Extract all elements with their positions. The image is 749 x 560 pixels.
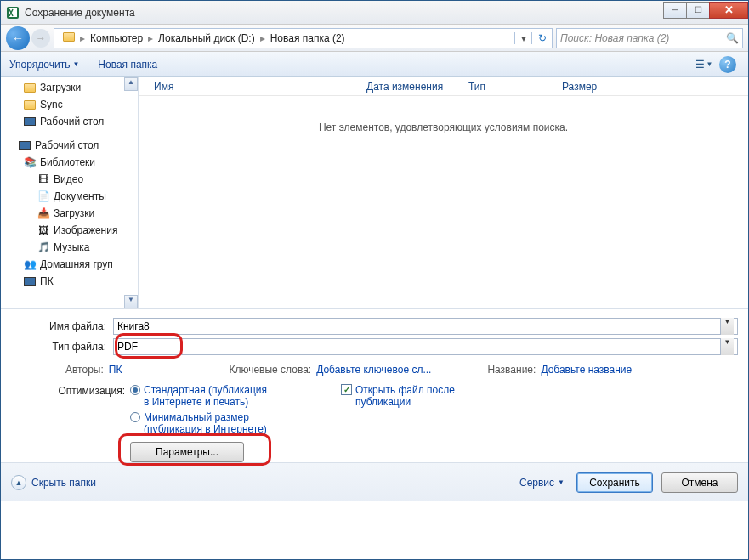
sidebar-item-downloads2[interactable]: 📥Загрузки xyxy=(1,205,138,222)
maximize-button[interactable]: ☐ xyxy=(686,2,710,19)
titlebar: Сохранение документа ─ ☐ ✕ xyxy=(1,1,748,25)
save-dialog-window: Сохранение документа ─ ☐ ✕ ← → ▸ Компьют… xyxy=(0,0,749,560)
filename-label: Имя файла: xyxy=(11,320,113,332)
column-name[interactable]: Имя xyxy=(147,81,360,93)
sidebar-item-homegroup[interactable]: 👥Домашняя груп xyxy=(1,256,138,273)
breadcrumb[interactable]: ▸ Компьютер ▸ Локальный диск (D:) ▸ Нова… xyxy=(54,28,553,48)
chevron-up-icon: ▲ xyxy=(11,475,26,490)
sidebar-item-pc[interactable]: ПК xyxy=(1,273,138,290)
title-label: Название: xyxy=(487,364,536,376)
sidebar-item-music[interactable]: 🎵Музыка xyxy=(1,239,138,256)
sidebar-item-downloads[interactable]: Загрузки xyxy=(1,79,138,96)
radio-minimal-dot[interactable] xyxy=(130,412,140,422)
downloads-icon: 📥 xyxy=(37,207,50,219)
column-headers: Имя Дата изменения Тип Размер xyxy=(139,77,748,96)
images-icon: 🖼 xyxy=(37,224,50,236)
libraries-icon: 📚 xyxy=(23,156,37,168)
filetype-dropdown-icon[interactable]: ▼ xyxy=(720,338,734,355)
sidebar-item-images[interactable]: 🖼Изображения xyxy=(1,222,138,239)
navigation-bar: ← → ▸ Компьютер ▸ Локальный диск (D:) ▸ … xyxy=(1,25,748,52)
service-button[interactable]: Сервис▼ xyxy=(519,477,565,489)
sidebar-item-libraries[interactable]: 📚Библиотеки xyxy=(1,154,138,171)
params-button[interactable]: Параметры... xyxy=(130,442,244,462)
cancel-button[interactable]: Отмена xyxy=(661,472,738,493)
filetype-label: Тип файла: xyxy=(11,341,113,353)
keywords-value[interactable]: Добавьте ключевое сл... xyxy=(316,364,431,376)
organize-button[interactable]: Упорядочить▼ xyxy=(9,59,79,71)
back-button[interactable]: ← xyxy=(6,26,30,50)
breadcrumb-seg-1[interactable]: Локальный диск (D:) xyxy=(153,32,260,44)
homegroup-icon: 👥 xyxy=(23,258,37,270)
save-button[interactable]: Сохранить xyxy=(576,472,653,493)
help-button[interactable]: ? xyxy=(716,55,740,74)
new-folder-button[interactable]: Новая папка xyxy=(98,59,157,71)
documents-icon: 📄 xyxy=(37,190,50,202)
search-input[interactable]: Поиск: Новая папка (2) 🔍 xyxy=(556,28,743,48)
column-size[interactable]: Размер xyxy=(555,81,604,93)
title-value[interactable]: Добавьте название xyxy=(541,364,632,376)
open-after-checkbox[interactable]: ✓ xyxy=(341,384,352,395)
video-icon: 🎞 xyxy=(37,173,50,185)
sidebar-item-desktop-root[interactable]: Рабочий стол xyxy=(1,137,138,154)
breadcrumb-seg-2[interactable]: Новая папка (2) xyxy=(265,32,350,44)
filetype-select[interactable]: PDF▼ xyxy=(113,338,738,355)
sidebar: ▲ Загрузки Sync Рабочий стол Рабочий сто… xyxy=(1,77,139,308)
minimize-button[interactable]: ─ xyxy=(663,2,687,19)
sidebar-item-sync[interactable]: Sync xyxy=(1,96,138,113)
view-mode-button[interactable]: ☰▼ xyxy=(692,55,716,74)
hide-folders-button[interactable]: ▲ Скрыть папки xyxy=(11,475,96,490)
authors-value[interactable]: ПК xyxy=(109,364,122,376)
breadcrumb-root-icon[interactable] xyxy=(58,32,80,44)
keywords-label: Ключевые слова: xyxy=(229,364,311,376)
close-button[interactable]: ✕ xyxy=(709,2,748,19)
column-date[interactable]: Дата изменения xyxy=(360,81,462,93)
radio-standard[interactable]: Стандартная (публикация в Интернете и пе… xyxy=(130,384,300,408)
sidebar-scroll-down[interactable]: ▼ xyxy=(124,295,138,308)
search-icon[interactable]: 🔍 xyxy=(726,32,739,44)
sidebar-item-video[interactable]: 🎞Видео xyxy=(1,171,138,188)
filename-input[interactable]: Книга8▼ xyxy=(113,318,738,335)
sidebar-item-desktop[interactable]: Рабочий стол xyxy=(1,113,138,130)
sidebar-item-documents[interactable]: 📄Документы xyxy=(1,188,138,205)
toolbar: Упорядочить▼ Новая папка ☰▼ ? xyxy=(1,52,748,77)
radio-minimal[interactable]: Минимальный размер (публикация в Интерне… xyxy=(130,411,300,435)
search-placeholder: Поиск: Новая папка (2) xyxy=(560,32,669,44)
app-icon xyxy=(6,6,20,20)
file-list: Имя Дата изменения Тип Размер Нет элемен… xyxy=(139,77,748,308)
radio-standard-dot[interactable] xyxy=(130,385,140,395)
main-area: ▲ Загрузки Sync Рабочий стол Рабочий сто… xyxy=(1,77,748,308)
music-icon: 🎵 xyxy=(37,241,50,253)
refresh-icon[interactable]: ↻ xyxy=(531,32,552,44)
footer: ▲ Скрыть папки Сервис▼ Сохранить Отмена xyxy=(1,462,748,501)
bottom-panel: Имя файла: Книга8▼ Тип файла: PDF▼ Автор… xyxy=(1,308,748,462)
breadcrumb-seg-0[interactable]: Компьютер xyxy=(85,32,148,44)
authors-label: Авторы: xyxy=(65,364,104,376)
open-after-label: Открыть файл после публикации xyxy=(355,384,474,462)
column-type[interactable]: Тип xyxy=(462,81,555,93)
filename-dropdown-icon[interactable]: ▼ xyxy=(720,318,734,335)
forward-button[interactable]: → xyxy=(31,29,50,48)
window-title: Сохранение документа xyxy=(25,7,664,19)
sidebar-scroll-up[interactable]: ▲ xyxy=(124,77,138,91)
breadcrumb-dropdown-icon[interactable]: ▾ xyxy=(514,32,531,44)
empty-message: Нет элементов, удовлетворяющих условиям … xyxy=(139,122,748,133)
optimize-label: Оптимизация: xyxy=(54,384,130,462)
